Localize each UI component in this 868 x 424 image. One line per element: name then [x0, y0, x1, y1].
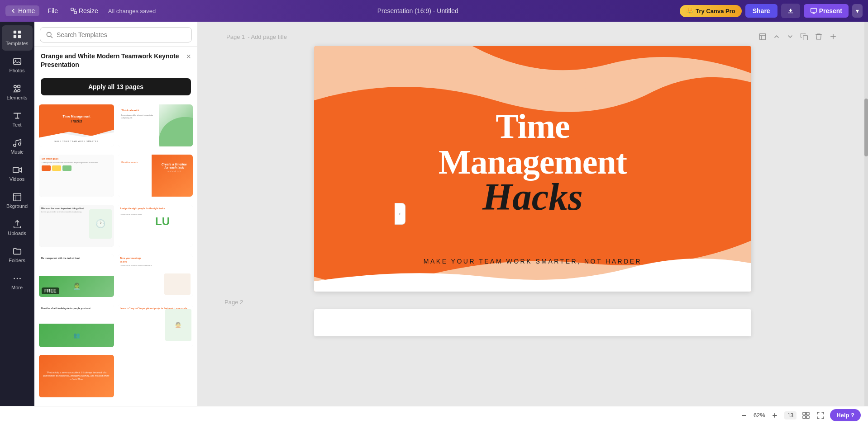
text-icon	[12, 111, 22, 121]
minus-icon	[740, 412, 748, 419]
close-template-button[interactable]: ×	[186, 52, 191, 61]
template-info: Orange and White Modern Teamwork Keynote…	[34, 47, 197, 100]
page-2-label: Page 2	[224, 299, 841, 306]
more-icon	[12, 273, 22, 283]
hide-panel-button[interactable]: ‹	[395, 203, 405, 225]
main-layout: Templates Photos Elements	[0, 22, 868, 406]
page-1-label: Page 1 - Add page title	[226, 33, 287, 40]
svg-point-19	[47, 32, 51, 37]
svg-rect-4	[18, 31, 20, 33]
home-button[interactable]: Home	[5, 5, 39, 16]
sidebar-item-videos[interactable]: Videos	[2, 161, 33, 186]
page-delete-button[interactable]	[813, 31, 825, 42]
templates-panel: Orange and White Modern Teamwork Keynote…	[34, 22, 197, 406]
page-layout-button[interactable]	[757, 31, 768, 42]
sidebar-item-templates[interactable]: Templates	[2, 25, 33, 51]
resize-button[interactable]: Resize	[66, 5, 103, 16]
page-copy-button[interactable]	[798, 31, 810, 42]
page-2-area: Page 2	[224, 299, 841, 336]
svg-rect-2	[811, 8, 816, 12]
grid-view-button[interactable]	[801, 410, 811, 420]
slide-1[interactable]: Time Management Hacks MAKE YOUR TEAM WOR…	[314, 46, 751, 292]
crown-icon: 👑	[686, 8, 693, 14]
template-thumb-4[interactable]: Prioritize smarts Create a timelinefor e…	[118, 155, 193, 197]
slide-script-title: Hacks	[424, 180, 642, 213]
slide-subtitle: MAKE YOUR TEAM WORK SMARTER, NOT HARDER	[424, 258, 642, 265]
sidebar-item-text[interactable]: Text	[2, 107, 33, 132]
template-thumb-6[interactable]: Assign the right people for the right ta…	[118, 205, 193, 247]
upload-icon	[12, 219, 22, 229]
chevron-up-icon	[773, 33, 780, 40]
video-icon	[12, 165, 22, 175]
search-area	[34, 22, 197, 47]
free-badge: FREE	[42, 287, 59, 294]
search-icon	[46, 31, 53, 38]
sidebar-item-label: Uploads	[8, 231, 26, 236]
svg-point-17	[16, 278, 18, 279]
file-button[interactable]: File	[43, 5, 62, 16]
chevron-left-icon	[10, 8, 16, 14]
sidebar-item-label: Elements	[7, 95, 28, 101]
fullscreen-icon	[817, 412, 824, 419]
sidebar-item-music[interactable]: Music	[2, 134, 33, 159]
svg-point-12	[13, 144, 16, 147]
search-input[interactable]	[57, 31, 186, 38]
template-thumb-11[interactable]: "Productivity is never an accident. It i…	[39, 355, 114, 397]
sidebar-item-folders[interactable]: Folders	[2, 242, 33, 268]
svg-rect-1	[74, 11, 76, 14]
sidebar-item-label: Videos	[10, 176, 24, 182]
bottom-bar: 62% 13 Help ?	[0, 406, 868, 424]
sidebar-item-uploads[interactable]: Uploads	[2, 215, 33, 240]
svg-rect-7	[13, 58, 21, 64]
present-dropdown-button[interactable]: ▾	[852, 4, 863, 18]
canva-pro-label: Try Canva Pro	[696, 8, 735, 14]
elements-icon	[12, 84, 22, 94]
svg-rect-14	[13, 167, 19, 172]
canva-pro-button[interactable]: 👑 Try Canva Pro	[680, 5, 741, 17]
template-thumb-5[interactable]: Work on the most important things first …	[39, 205, 114, 247]
page-down-button[interactable]	[785, 31, 796, 42]
canvas-area: Page 1 - Add page title	[197, 22, 868, 406]
svg-rect-11	[17, 90, 19, 92]
template-thumb-3[interactable]: Set smart goals Lorem ipsum dolor sit am…	[39, 155, 114, 197]
svg-point-8	[15, 60, 16, 61]
template-thumb-10[interactable]: Learn to "say no" to people not projects…	[118, 305, 193, 347]
svg-rect-26	[806, 416, 809, 419]
svg-rect-25	[803, 416, 806, 419]
sidebar-item-more[interactable]: More	[2, 269, 33, 295]
download-button[interactable]	[781, 4, 800, 18]
template-thumb-9[interactable]: Don't be afraid to delegate to people yo…	[39, 305, 114, 347]
page-add-button[interactable]	[827, 31, 839, 42]
svg-rect-15	[13, 193, 21, 201]
grid-icon	[12, 29, 22, 39]
present-label: Present	[819, 7, 842, 14]
svg-rect-10	[17, 85, 19, 88]
trash-icon	[815, 33, 823, 41]
template-thumb-7[interactable]: Be transparent with the task at hand 👩‍💼…	[39, 254, 114, 297]
grid-view-icon	[802, 412, 810, 419]
share-button[interactable]: Share	[745, 4, 777, 18]
scrollbar-track	[864, 22, 868, 406]
sidebar-item-elements[interactable]: Elements	[2, 80, 33, 105]
zoom-out-button[interactable]	[739, 410, 749, 420]
page-add-title[interactable]: - Add page title	[248, 33, 287, 40]
template-thumb-8[interactable]: Time your meetings on time Lorem ipsum d…	[118, 254, 193, 297]
present-button[interactable]: Present	[804, 4, 849, 18]
svg-rect-24	[806, 412, 809, 415]
zoom-in-button[interactable]	[770, 410, 780, 420]
template-thumb-1[interactable]: Time Management Hacks MAKE YOUR TEAM WOR…	[39, 104, 114, 146]
template-thumb-2[interactable]: Think about it Lorem ipsum dolor sit ame…	[118, 104, 193, 146]
help-button[interactable]: Help ?	[830, 409, 861, 421]
svg-rect-21	[803, 36, 808, 40]
sidebar-item-photos[interactable]: Photos	[2, 52, 33, 78]
search-box	[40, 27, 192, 42]
scrollbar-thumb[interactable]	[864, 99, 868, 156]
photo-icon	[12, 57, 22, 66]
download-icon	[787, 7, 795, 15]
slide-2-partial[interactable]	[314, 309, 751, 336]
fullscreen-button[interactable]	[816, 410, 825, 420]
apply-all-button[interactable]: Apply all 13 pages	[41, 78, 191, 95]
page-up-button[interactable]	[771, 31, 782, 42]
page-2-number: Page 2	[224, 299, 243, 306]
sidebar-item-background[interactable]: Bkground	[2, 188, 33, 213]
